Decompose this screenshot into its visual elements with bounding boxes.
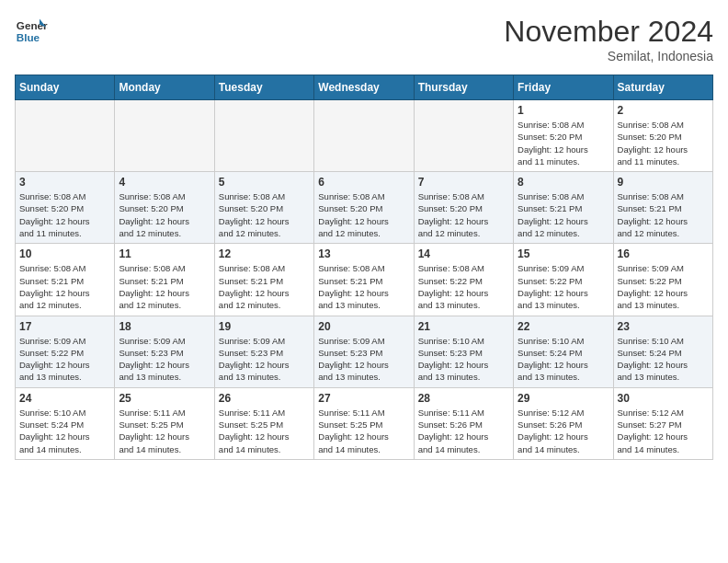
day-info: Sunrise: 5:11 AMSunset: 5:25 PMDaylight:… bbox=[318, 407, 409, 455]
calendar-day: 1Sunrise: 5:08 AMSunset: 5:20 PMDaylight… bbox=[514, 100, 613, 172]
day-info: Sunrise: 5:10 AMSunset: 5:23 PMDaylight:… bbox=[418, 335, 509, 384]
day-number: 17 bbox=[19, 320, 110, 333]
calendar-day: 13Sunrise: 5:08 AMSunset: 5:21 PMDayligh… bbox=[314, 244, 414, 316]
day-number: 8 bbox=[518, 176, 609, 189]
calendar-day: 9Sunrise: 5:08 AMSunset: 5:21 PMDaylight… bbox=[613, 172, 712, 244]
calendar-week-row: 10Sunrise: 5:08 AMSunset: 5:21 PMDayligh… bbox=[16, 244, 713, 316]
day-info: Sunrise: 5:08 AMSunset: 5:20 PMDaylight:… bbox=[618, 119, 709, 167]
calendar-day: 21Sunrise: 5:10 AMSunset: 5:23 PMDayligh… bbox=[414, 316, 513, 387]
day-number: 27 bbox=[318, 392, 409, 405]
header-day-tuesday: Tuesday bbox=[214, 75, 313, 100]
calendar-day: 11Sunrise: 5:08 AMSunset: 5:21 PMDayligh… bbox=[115, 244, 214, 316]
calendar-day: 29Sunrise: 5:12 AMSunset: 5:26 PMDayligh… bbox=[514, 387, 613, 459]
calendar-day: 25Sunrise: 5:11 AMSunset: 5:25 PMDayligh… bbox=[115, 387, 214, 459]
calendar-day: 18Sunrise: 5:09 AMSunset: 5:23 PMDayligh… bbox=[115, 316, 214, 387]
day-number: 1 bbox=[518, 104, 609, 117]
day-number: 3 bbox=[19, 176, 110, 189]
calendar-header-row: SundayMondayTuesdayWednesdayThursdayFrid… bbox=[16, 75, 713, 100]
day-info: Sunrise: 5:10 AMSunset: 5:24 PMDaylight:… bbox=[518, 335, 609, 384]
day-info: Sunrise: 5:11 AMSunset: 5:25 PMDaylight:… bbox=[219, 407, 310, 455]
day-number: 22 bbox=[518, 320, 609, 333]
header-day-sunday: Sunday bbox=[16, 75, 115, 100]
day-number: 12 bbox=[219, 247, 310, 260]
location: Semilat, Indonesia bbox=[504, 49, 713, 63]
calendar-day: 3Sunrise: 5:08 AMSunset: 5:20 PMDaylight… bbox=[16, 172, 115, 244]
day-info: Sunrise: 5:08 AMSunset: 5:21 PMDaylight:… bbox=[518, 190, 609, 239]
day-number: 11 bbox=[119, 247, 210, 260]
calendar-day bbox=[214, 100, 313, 172]
day-number: 2 bbox=[618, 104, 709, 117]
calendar-day bbox=[314, 100, 414, 172]
day-info: Sunrise: 5:10 AMSunset: 5:24 PMDaylight:… bbox=[19, 407, 110, 455]
day-info: Sunrise: 5:08 AMSunset: 5:20 PMDaylight:… bbox=[318, 190, 409, 239]
day-number: 16 bbox=[618, 247, 709, 260]
day-number: 6 bbox=[318, 176, 409, 189]
day-number: 4 bbox=[119, 176, 210, 189]
calendar-day bbox=[16, 100, 115, 172]
day-number: 25 bbox=[119, 392, 210, 405]
header-day-wednesday: Wednesday bbox=[314, 75, 414, 100]
calendar-day: 22Sunrise: 5:10 AMSunset: 5:24 PMDayligh… bbox=[514, 316, 613, 387]
calendar-day: 12Sunrise: 5:08 AMSunset: 5:21 PMDayligh… bbox=[214, 244, 313, 316]
day-info: Sunrise: 5:10 AMSunset: 5:24 PMDaylight:… bbox=[618, 335, 709, 384]
day-number: 21 bbox=[418, 320, 509, 333]
logo: General Blue bbox=[15, 15, 48, 48]
day-info: Sunrise: 5:09 AMSunset: 5:22 PMDaylight:… bbox=[518, 262, 609, 311]
day-number: 24 bbox=[19, 392, 110, 405]
calendar-day: 17Sunrise: 5:09 AMSunset: 5:22 PMDayligh… bbox=[16, 316, 115, 387]
calendar-day: 2Sunrise: 5:08 AMSunset: 5:20 PMDaylight… bbox=[613, 100, 712, 172]
day-info: Sunrise: 5:08 AMSunset: 5:22 PMDaylight:… bbox=[418, 262, 509, 311]
calendar-day: 6Sunrise: 5:08 AMSunset: 5:20 PMDaylight… bbox=[314, 172, 414, 244]
calendar-day: 24Sunrise: 5:10 AMSunset: 5:24 PMDayligh… bbox=[16, 387, 115, 459]
day-info: Sunrise: 5:11 AMSunset: 5:25 PMDaylight:… bbox=[119, 407, 210, 455]
logo-icon: General Blue bbox=[15, 15, 48, 48]
day-info: Sunrise: 5:08 AMSunset: 5:21 PMDaylight:… bbox=[618, 190, 709, 239]
day-number: 30 bbox=[618, 392, 709, 405]
day-number: 10 bbox=[19, 247, 110, 260]
day-number: 28 bbox=[418, 392, 509, 405]
day-info: Sunrise: 5:12 AMSunset: 5:27 PMDaylight:… bbox=[618, 407, 709, 455]
day-info: Sunrise: 5:08 AMSunset: 5:21 PMDaylight:… bbox=[219, 262, 310, 311]
calendar-day: 5Sunrise: 5:08 AMSunset: 5:20 PMDaylight… bbox=[214, 172, 313, 244]
calendar-day: 23Sunrise: 5:10 AMSunset: 5:24 PMDayligh… bbox=[613, 316, 712, 387]
calendar-day: 14Sunrise: 5:08 AMSunset: 5:22 PMDayligh… bbox=[414, 244, 513, 316]
month-title: November 2024 bbox=[504, 15, 713, 49]
day-number: 23 bbox=[618, 320, 709, 333]
calendar-day: 16Sunrise: 5:09 AMSunset: 5:22 PMDayligh… bbox=[613, 244, 712, 316]
day-info: Sunrise: 5:12 AMSunset: 5:26 PMDaylight:… bbox=[518, 407, 609, 455]
calendar-day: 26Sunrise: 5:11 AMSunset: 5:25 PMDayligh… bbox=[214, 387, 313, 459]
header-day-friday: Friday bbox=[514, 75, 613, 100]
day-info: Sunrise: 5:08 AMSunset: 5:20 PMDaylight:… bbox=[219, 190, 310, 239]
day-info: Sunrise: 5:09 AMSunset: 5:23 PMDaylight:… bbox=[219, 335, 310, 384]
day-info: Sunrise: 5:08 AMSunset: 5:20 PMDaylight:… bbox=[119, 190, 210, 239]
day-info: Sunrise: 5:08 AMSunset: 5:20 PMDaylight:… bbox=[418, 190, 509, 239]
day-number: 9 bbox=[618, 176, 709, 189]
day-info: Sunrise: 5:11 AMSunset: 5:26 PMDaylight:… bbox=[418, 407, 509, 455]
calendar-week-row: 24Sunrise: 5:10 AMSunset: 5:24 PMDayligh… bbox=[16, 387, 713, 459]
calendar-day bbox=[414, 100, 513, 172]
calendar-day: 4Sunrise: 5:08 AMSunset: 5:20 PMDaylight… bbox=[115, 172, 214, 244]
day-number: 7 bbox=[418, 176, 509, 189]
header-day-saturday: Saturday bbox=[613, 75, 712, 100]
calendar-day: 27Sunrise: 5:11 AMSunset: 5:25 PMDayligh… bbox=[314, 387, 414, 459]
calendar-day: 19Sunrise: 5:09 AMSunset: 5:23 PMDayligh… bbox=[214, 316, 313, 387]
day-info: Sunrise: 5:08 AMSunset: 5:20 PMDaylight:… bbox=[518, 119, 609, 167]
calendar-day bbox=[115, 100, 214, 172]
calendar-table: SundayMondayTuesdayWednesdayThursdayFrid… bbox=[15, 75, 713, 460]
day-number: 13 bbox=[318, 247, 409, 260]
calendar-day: 30Sunrise: 5:12 AMSunset: 5:27 PMDayligh… bbox=[613, 387, 712, 459]
header-day-thursday: Thursday bbox=[414, 75, 513, 100]
calendar-day: 20Sunrise: 5:09 AMSunset: 5:23 PMDayligh… bbox=[314, 316, 414, 387]
day-number: 15 bbox=[518, 247, 609, 260]
day-info: Sunrise: 5:09 AMSunset: 5:23 PMDaylight:… bbox=[318, 335, 409, 384]
day-info: Sunrise: 5:08 AMSunset: 5:20 PMDaylight:… bbox=[19, 190, 110, 239]
day-number: 18 bbox=[119, 320, 210, 333]
day-number: 14 bbox=[418, 247, 509, 260]
calendar-day: 7Sunrise: 5:08 AMSunset: 5:20 PMDaylight… bbox=[414, 172, 513, 244]
day-info: Sunrise: 5:09 AMSunset: 5:22 PMDaylight:… bbox=[618, 262, 709, 311]
calendar-day: 15Sunrise: 5:09 AMSunset: 5:22 PMDayligh… bbox=[514, 244, 613, 316]
day-number: 20 bbox=[318, 320, 409, 333]
day-info: Sunrise: 5:08 AMSunset: 5:21 PMDaylight:… bbox=[318, 262, 409, 311]
day-info: Sunrise: 5:08 AMSunset: 5:21 PMDaylight:… bbox=[119, 262, 210, 311]
day-info: Sunrise: 5:08 AMSunset: 5:21 PMDaylight:… bbox=[19, 262, 110, 311]
